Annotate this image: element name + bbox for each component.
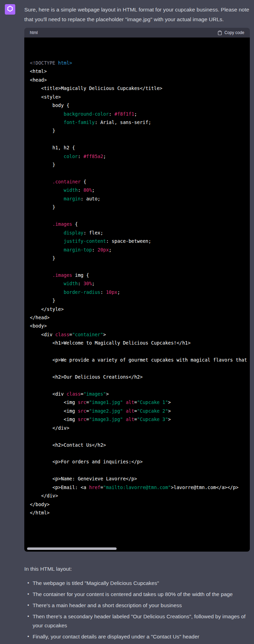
code-line: } — [30, 160, 244, 169]
code-line: margin-top: 20px; — [30, 246, 244, 254]
code-line: <p>For orders and inquiries:</p> — [30, 457, 244, 466]
code-line: .images { — [30, 220, 244, 228]
code-line: </html> — [30, 509, 244, 517]
code-line — [30, 381, 244, 390]
code-line: </div> — [30, 424, 244, 432]
code-line: justify-content: space-between; — [30, 237, 244, 245]
code-line: <title>Magically Delicious Cupcakes</tit… — [30, 84, 244, 92]
message-intro-text: Sure, here is a simple webpage layout in… — [24, 5, 250, 24]
openai-logo-icon — [6, 5, 14, 14]
code-line: } — [30, 296, 244, 305]
code-line: display: flex; — [30, 229, 244, 237]
copy-code-button[interactable]: Copy code — [218, 30, 244, 35]
code-line — [30, 135, 244, 143]
code-language-label: html — [30, 28, 38, 38]
assistant-avatar — [5, 4, 15, 15]
code-line: </div> — [30, 492, 244, 500]
code-line: .container { — [30, 177, 244, 186]
code-line — [30, 212, 244, 220]
code-line: <h2>Our Delicious Creations</h2> — [30, 373, 244, 381]
code-line: margin: auto; — [30, 195, 244, 203]
code-line: } — [30, 126, 244, 135]
code-block: html Copy code <!DOCTYPE html><html><hea… — [24, 28, 250, 552]
code-line: font-family: Arial, sans-serif; — [30, 118, 244, 126]
code-line: <div class="images"> — [30, 390, 244, 398]
code-line: body { — [30, 101, 244, 109]
code-line: <img src="image1.jpg" alt="Cupcake 1"> — [30, 398, 244, 406]
code-line: } — [30, 254, 244, 262]
code-lines: <!DOCTYPE html><html><head> <title>Magic… — [30, 59, 244, 517]
code-block-header: html Copy code — [24, 28, 250, 38]
code-line: <style> — [30, 93, 244, 101]
explanation-bullet-list: The webpage is titled "Magically Delicio… — [24, 579, 250, 641]
bullet-item: There's a main header and a short descri… — [33, 601, 250, 610]
copy-code-label: Copy code — [225, 30, 244, 35]
code-line — [30, 449, 244, 457]
bullet-item: The webpage is titled "Magically Delicio… — [33, 579, 250, 588]
code-line: width: 30%; — [30, 279, 244, 288]
code-line — [30, 364, 244, 373]
code-line: <head> — [30, 76, 244, 84]
assistant-message: Sure, here is a simple webpage layout in… — [0, 0, 254, 644]
code-line: width: 80%; — [30, 186, 244, 194]
bullet-item: Finally, your contact details are displa… — [33, 632, 250, 641]
section-heading: In this HTML layout: — [24, 564, 250, 574]
code-line: <p>Email: <a href="mailto:lavorre@tmn.co… — [30, 483, 244, 492]
code-line: <div class="container"> — [30, 330, 244, 339]
code-line — [30, 169, 244, 177]
code-line: </body> — [30, 500, 244, 509]
code-line — [30, 466, 244, 474]
code-line: <h2>Contact Us</h2> — [30, 441, 244, 449]
code-line: <body> — [30, 322, 244, 330]
code-line: background-color: #f8f1f1; — [30, 110, 244, 118]
code-line: <img src="image3.jpg" alt="Cupcake 3"> — [30, 415, 244, 423]
code-line: <img src="image2.jpg" alt="Cupcake 2"> — [30, 407, 244, 415]
code-line: <p>We provide a variety of gourmet cupca… — [30, 356, 244, 364]
code-line: </head> — [30, 313, 244, 322]
code-line: .images img { — [30, 271, 244, 279]
horizontal-scrollbar[interactable] — [27, 547, 117, 550]
code-line — [30, 262, 244, 271]
code-line: <!DOCTYPE html> — [30, 59, 244, 67]
code-line: border-radius: 10px; — [30, 288, 244, 296]
code-line — [30, 432, 244, 440]
code-line: <p>Name: Genevieve Lavorre</p> — [30, 474, 244, 483]
code-line: } — [30, 203, 244, 211]
clipboard-icon — [218, 30, 222, 35]
code-line: <h1>Welcome to Magically Delicious Cupca… — [30, 339, 244, 347]
bullet-item: The container for your content is center… — [33, 590, 250, 599]
code-line: <html> — [30, 67, 244, 75]
code-editor-area: <!DOCTYPE html><html><head> <title>Magic… — [24, 38, 250, 552]
code-line — [30, 347, 244, 356]
code-line: </style> — [30, 305, 244, 313]
code-line: h1, h2 { — [30, 143, 244, 152]
bullet-item: Then there's a secondary header labeled … — [33, 612, 250, 630]
code-line: color: #ff85a2; — [30, 152, 244, 160]
